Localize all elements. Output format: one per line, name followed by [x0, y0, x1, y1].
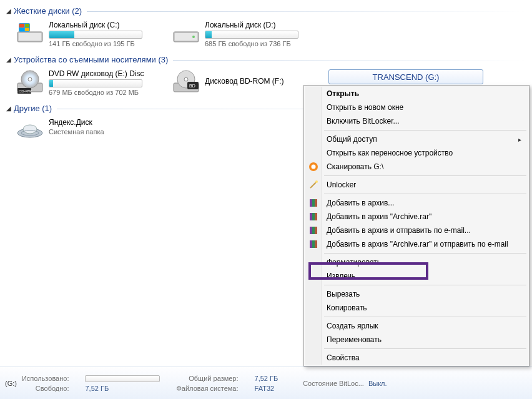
svg-text:BD: BD [189, 84, 195, 88]
ctx-archive-email[interactable]: Добавить в архив и отправить по e-mail..… [305, 224, 528, 237]
folder-type: Системная папка [49, 128, 104, 135]
drive-label: DVD RW дисковод (E:) Disc [49, 69, 171, 78]
drive-freespace: 679 МБ свободно из 702 МБ [49, 89, 171, 96]
svg-point-9 [192, 36, 195, 38]
drive-freespace: 141 ГБ свободно из 195 ГБ [49, 40, 171, 47]
svg-rect-29 [315, 199, 317, 207]
ctx-format[interactable]: Форматировать... [305, 255, 528, 269]
ctx-cut[interactable]: Вырезать [305, 287, 528, 301]
ctx-add-to-archive-rar[interactable]: Добавить в архив "Archive.rar" [305, 210, 528, 224]
svg-rect-36 [310, 240, 312, 248]
ctx-separator [324, 285, 526, 285]
ctx-create-shortcut[interactable]: Создать ярлык [305, 319, 528, 333]
svg-rect-35 [315, 227, 317, 234]
svg-rect-3 [19, 24, 24, 27]
details-drive-prefix: (G:) [5, 380, 17, 387]
drive-d[interactable]: Локальный диск (D:) 685 ГБ свободно из 7… [171, 21, 327, 47]
ctx-open-portable[interactable]: Открыть как переносное устройство [305, 146, 528, 160]
used-value [85, 374, 160, 382]
space-bar [205, 31, 298, 39]
collapse-triangle-icon: ◢ [6, 7, 11, 14]
used-label: Использовано: [22, 375, 69, 382]
rar-books-icon [308, 225, 318, 235]
ctx-open[interactable]: Открыть [305, 87, 528, 101]
hdd-windows-icon [15, 21, 45, 46]
antivirus-shield-icon [308, 162, 318, 172]
svg-point-21 [23, 125, 37, 134]
ctx-separator [324, 130, 526, 131]
ctx-eject[interactable]: Извлечь [305, 269, 528, 283]
rar-books-icon [308, 239, 318, 249]
hdd-row: Локальный диск (C:) 141 ГБ свободно из 1… [6, 19, 526, 52]
drive-label: Локальный диск (D:) [205, 21, 327, 29]
ctx-scan[interactable]: Сканировать G:\ [305, 160, 528, 174]
ctx-rename[interactable]: Переименовать [305, 333, 528, 347]
drive-label: Локальный диск (C:) [49, 21, 171, 29]
ctx-separator [324, 253, 526, 254]
svg-rect-31 [312, 213, 315, 220]
ctx-share[interactable]: Общий доступ▸ [305, 132, 528, 146]
yandex-disk-item[interactable]: Яндекс.Диск Системная папка [15, 118, 171, 143]
ctx-properties[interactable]: Свойства [305, 351, 528, 365]
svg-rect-38 [315, 240, 317, 248]
fs-label: Файловая система: [176, 385, 238, 392]
total-value: 7,52 ГБ [255, 375, 278, 382]
details-pane: (G:) Использовано: Общий размер: 7,52 ГБ… [0, 367, 532, 399]
svg-rect-34 [312, 227, 315, 234]
drive-label: Дисковод BD-ROM (F:) [205, 77, 327, 86]
collapse-triangle-icon: ◢ [6, 105, 11, 112]
ctx-separator [324, 175, 526, 176]
drive-g-transcend-selected[interactable]: TRANSCEND (G:) [328, 69, 483, 84]
ctx-archive-rar-email[interactable]: Добавить в архив "Archive.rar" и отправи… [305, 237, 528, 251]
ctx-copy[interactable]: Копировать [305, 301, 528, 315]
group-title: Устройства со съемными носителями (3) [14, 55, 168, 64]
space-bar [49, 79, 142, 87]
group-rule [87, 11, 526, 12]
svg-point-17 [184, 77, 188, 81]
dvd-rw-icon: CD-RW [15, 69, 45, 94]
collapse-triangle-icon: ◢ [6, 56, 11, 63]
group-title: Жесткие диски (2) [14, 6, 82, 16]
drive-c[interactable]: Локальный диск (C:) 141 ГБ свободно из 1… [15, 21, 171, 47]
svg-line-25 [310, 182, 316, 188]
svg-rect-27 [310, 199, 312, 207]
bd-rom-icon: BD [171, 69, 201, 94]
folder-label: Яндекс.Диск [49, 118, 104, 127]
magic-wand-icon [308, 180, 318, 190]
rar-books-icon [308, 198, 318, 208]
ctx-unlocker[interactable]: Unlocker [305, 178, 528, 192]
ctx-separator [324, 348, 526, 349]
hdd-icon [171, 21, 201, 46]
svg-point-26 [315, 180, 318, 183]
group-header-hdd[interactable]: ◢ Жесткие диски (2) [6, 6, 526, 16]
group-rule [173, 60, 526, 61]
svg-rect-6 [25, 28, 29, 31]
svg-rect-37 [312, 240, 315, 248]
used-progress-icon [85, 375, 160, 382]
bitlocker-value: Выкл. [368, 380, 387, 387]
space-fill [205, 31, 212, 38]
svg-rect-32 [315, 213, 317, 220]
svg-rect-33 [310, 227, 312, 234]
svg-point-24 [312, 165, 316, 169]
group-title: Другие (1) [14, 104, 52, 113]
svg-rect-28 [312, 199, 315, 207]
space-fill [49, 80, 53, 87]
rar-books-icon [308, 212, 318, 222]
context-menu: Открыть Открыть в новом окне Включить Bi… [303, 85, 530, 367]
space-bar [49, 31, 142, 39]
svg-rect-4 [25, 24, 29, 27]
svg-text:CD-RW: CD-RW [19, 89, 32, 93]
group-header-removable[interactable]: ◢ Устройства со съемными носителями (3) [6, 55, 526, 64]
svg-rect-30 [310, 213, 312, 220]
ctx-separator [324, 317, 526, 317]
ctx-enable-bitlocker[interactable]: Включить BitLocker... [305, 114, 528, 128]
svg-rect-1 [19, 33, 41, 41]
ctx-open-new-window[interactable]: Открыть в новом окне [305, 101, 528, 114]
fs-value: FAT32 [255, 385, 278, 392]
drive-label: TRANSCEND (G:) [373, 72, 440, 82]
svg-rect-5 [19, 28, 24, 31]
space-fill [49, 31, 74, 38]
drive-e-dvd[interactable]: CD-RW DVD RW дисковод (E:) Disc 679 МБ с… [15, 69, 171, 96]
ctx-add-to-archive[interactable]: Добавить в архив... [305, 196, 528, 210]
